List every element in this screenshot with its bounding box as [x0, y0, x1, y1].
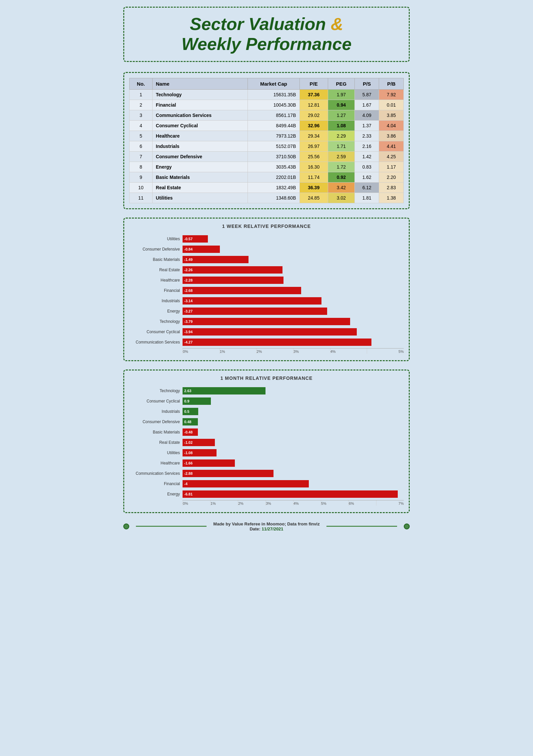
- x-tick: 1%: [220, 349, 257, 354]
- main-title: Sector Valuation & Weekly Performance: [134, 14, 399, 54]
- bar-label: Technology: [129, 388, 183, 393]
- cell-no: 9: [130, 172, 153, 182]
- cell-peg: 1.71: [328, 141, 354, 151]
- cell-peg: 3.02: [328, 193, 354, 203]
- bar-value-label: 0.48: [183, 420, 193, 424]
- cell-peg: 0.92: [328, 172, 354, 182]
- bar-value-label: -3.14: [183, 299, 194, 303]
- bar-label: Industrials: [129, 299, 183, 303]
- cell-peg: 2.29: [328, 131, 354, 141]
- cell-pb: 2.20: [379, 172, 404, 182]
- table-row: 1 Technology 15631.35B 37.36 1.97 5.87 7…: [130, 89, 404, 100]
- col-header-marketcap: Market Cap: [248, 78, 299, 89]
- cell-no: 1: [130, 89, 153, 100]
- footer-dot-right: [404, 523, 410, 529]
- bar-area: -4: [183, 479, 404, 488]
- bar-value-label: -1.08: [183, 451, 194, 455]
- valuation-table: No. Name Market Cap P/E PEG P/S P/B 1 Te…: [129, 78, 404, 203]
- cell-pb: 1.38: [379, 193, 404, 203]
- monthly-chart-section: 1 MONTH RELATIVE PERFORMANCE Technology2…: [123, 370, 410, 513]
- bar-area: -2.26: [183, 266, 404, 274]
- bar-value-label: -4.27: [183, 340, 194, 344]
- bar-label: Financial: [129, 288, 183, 293]
- bar-label: Basic Materials: [129, 430, 183, 434]
- bar-fill: 2.63: [183, 387, 266, 394]
- footer-dot-left: [123, 523, 129, 529]
- bar-fill: -1.02: [183, 439, 215, 446]
- bar-fill: -3.94: [183, 328, 357, 336]
- bar-row: Healthcare-1.66: [129, 459, 404, 467]
- bar-label: Real Estate: [129, 268, 183, 272]
- cell-marketcap: 2202.01B: [248, 172, 299, 182]
- bar-value-label: -3.79: [183, 320, 194, 324]
- cell-name: Utilities: [152, 193, 248, 203]
- bar-area: -2.28: [183, 276, 404, 285]
- bar-row: Utilities-0.57: [129, 235, 404, 243]
- monthly-chart-title: 1 MONTH RELATIVE PERFORMANCE: [129, 376, 404, 381]
- cell-no: 8: [130, 162, 153, 172]
- bar-value-label: -6.81: [183, 492, 194, 496]
- bar-label: Basic Materials: [129, 257, 183, 262]
- bar-label: Utilities: [129, 450, 183, 455]
- bar-value-label: -2.68: [183, 289, 194, 293]
- weekly-chart-container: Utilities-0.57Consumer Defensive-0.84Bas…: [129, 233, 404, 355]
- weekly-chart-title: 1 WEEK RELATIVE PERFORMANCE: [129, 224, 404, 229]
- bar-row: Consumer Defensive0.48: [129, 417, 404, 426]
- bar-value-label: 0.5: [183, 409, 191, 413]
- cell-name: Energy: [152, 162, 248, 172]
- cell-pb: 7.92: [379, 89, 404, 100]
- bar-value-label: -2.28: [183, 278, 194, 282]
- table-row: 6 Industrials 5152.07B 26.97 1.71 2.16 4…: [130, 141, 404, 151]
- bar-area: -6.81: [183, 490, 404, 498]
- cell-pe: 25.56: [299, 151, 328, 162]
- cell-name: Communication Services: [152, 110, 248, 120]
- title-box: Sector Valuation & Weekly Performance: [123, 7, 410, 62]
- cell-ps: 1.37: [355, 120, 379, 131]
- bar-area: -0.48: [183, 428, 404, 436]
- bar-row: Industrials-3.14: [129, 297, 404, 305]
- bar-value-label: -3.94: [183, 330, 194, 334]
- col-header-pb: P/B: [379, 78, 404, 89]
- cell-name: Healthcare: [152, 131, 248, 141]
- table-row: 3 Communication Services 8561.17B 29.02 …: [130, 110, 404, 120]
- cell-ps: 2.16: [355, 141, 379, 151]
- bar-area: -1.49: [183, 255, 404, 264]
- bar-label: Industrials: [129, 409, 183, 414]
- footer-line-left: [136, 526, 207, 527]
- cell-peg: 2.59: [328, 151, 354, 162]
- cell-pe: 12.81: [299, 100, 328, 110]
- weekly-chart-section: 1 WEEK RELATIVE PERFORMANCE Utilities-0.…: [123, 218, 410, 361]
- cell-no: 4: [130, 120, 153, 131]
- cell-name: Basic Materials: [152, 172, 248, 182]
- bar-area: 0.9: [183, 397, 404, 405]
- bar-row: Basic Materials-0.48: [129, 428, 404, 436]
- cell-marketcap: 7973.12B: [248, 131, 299, 141]
- cell-no: 11: [130, 193, 153, 203]
- bar-area: -4.27: [183, 338, 404, 347]
- bar-fill: -2.28: [183, 277, 283, 284]
- cell-no: 2: [130, 100, 153, 110]
- x-tick: 3%: [293, 349, 330, 354]
- bar-row: Energy-6.81: [129, 490, 404, 498]
- table-row: 10 Real Estate 1832.49B 36.39 3.42 6.12 …: [130, 182, 404, 193]
- cell-ps: 0.83: [355, 162, 379, 172]
- bar-area: 0.5: [183, 407, 404, 416]
- cell-pb: 4.25: [379, 151, 404, 162]
- bar-value-label: -2.88: [183, 471, 194, 475]
- bar-area: -1.02: [183, 438, 404, 447]
- bar-value-label: 2.63: [183, 389, 193, 393]
- x-tick: 7%: [376, 500, 404, 505]
- bar-area: -3.94: [183, 328, 404, 336]
- cell-pe: 11.74: [299, 172, 328, 182]
- bar-fill: -3.14: [183, 297, 321, 305]
- cell-ps: 1.62: [355, 172, 379, 182]
- bar-area: -3.14: [183, 297, 404, 305]
- title-line2: Weekly Performance: [182, 34, 352, 54]
- cell-pb: 1.17: [379, 162, 404, 172]
- cell-pb: 3.86: [379, 131, 404, 141]
- x-tick: 5%: [367, 349, 404, 354]
- bar-row: Basic Materials-1.49: [129, 255, 404, 264]
- cell-marketcap: 15631.35B: [248, 89, 299, 100]
- cell-peg: 1.97: [328, 89, 354, 100]
- footer-credit: Made by Value Referee in Moomoo; Data fr…: [213, 521, 319, 526]
